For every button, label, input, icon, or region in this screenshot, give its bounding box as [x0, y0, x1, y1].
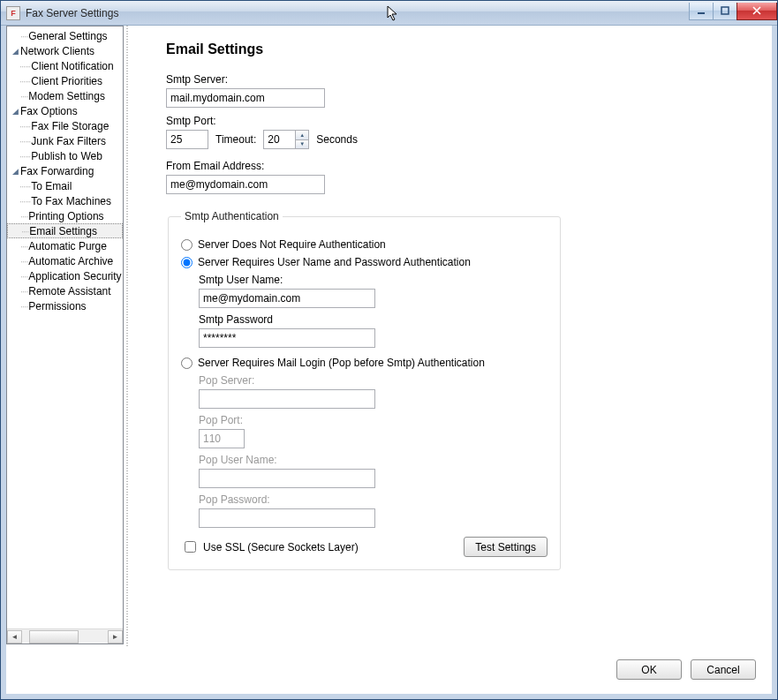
from-email-label: From Email Address:	[166, 160, 749, 172]
maximize-button[interactable]	[713, 3, 737, 20]
tree-connector-icon: ······	[19, 61, 30, 72]
auth-none-radio[interactable]	[181, 239, 193, 251]
tree-item[interactable]: ······To Fax Machines	[7, 193, 123, 208]
chevron-down-icon[interactable]: ◢	[11, 107, 20, 116]
tree-item-label: Automatic Purge	[28, 240, 107, 252]
use-ssl-checkbox[interactable]	[185, 541, 196, 553]
tree-item[interactable]: ·····Printing Options	[7, 208, 123, 223]
tree-item-label: Fax File Storage	[31, 120, 109, 132]
tree-item-label: Junk Fax Filters	[31, 135, 106, 147]
auth-pop-label: Server Requires Mail Login (Pop before S…	[198, 357, 485, 369]
smtp-user-label: Smtp User Name:	[199, 274, 548, 286]
pop-port-label: Pop Port:	[199, 414, 548, 426]
tree-item-label: Publish to Web	[31, 150, 102, 162]
timeout-spinner[interactable]: ▲ ▼	[263, 130, 309, 149]
tree-item[interactable]: ······To Email	[7, 178, 123, 193]
tree-connector-icon: ······	[19, 136, 30, 147]
tree-item[interactable]: ······Client Notification	[7, 58, 123, 73]
tree-item-label: General Settings	[28, 30, 107, 42]
minimize-button[interactable]	[689, 3, 714, 20]
smtp-server-input[interactable]	[166, 88, 325, 108]
page-title: Email Settings	[166, 41, 749, 57]
titlebar[interactable]: F Fax Server Settings	[1, 1, 777, 26]
tree-connector-icon: ····	[20, 256, 27, 267]
close-icon	[752, 6, 761, 15]
cancel-button[interactable]: Cancel	[691, 659, 756, 680]
tree-item[interactable]: ······Client Priorities	[7, 73, 123, 88]
tree-connector-icon: ······	[19, 181, 30, 192]
tree-bullet-icon: ·	[11, 242, 20, 251]
sidebar-hscrollbar[interactable]: ◄ ►	[7, 628, 123, 644]
tree-bullet-icon: ·	[11, 272, 20, 281]
tree-connector-icon: ····	[20, 241, 27, 252]
scroll-right-button[interactable]: ►	[108, 630, 123, 644]
pop-server-input	[199, 389, 375, 409]
auth-userpass-radio[interactable]	[181, 257, 193, 268]
tree-item[interactable]: ◢Network Clients	[7, 43, 123, 58]
tree-bullet-icon: ·	[11, 227, 21, 236]
test-settings-button[interactable]: Test Settings	[464, 537, 548, 557]
tree-item[interactable]: ······Fax File Storage	[7, 118, 123, 133]
tree-item[interactable]: ······Junk Fax Filters	[7, 133, 123, 148]
smtp-server-label: Smtp Server:	[166, 73, 749, 86]
smtp-pass-label: Smtp Password	[199, 313, 548, 326]
window-frame: F Fax Server Settings ·····General Setti…	[0, 0, 778, 700]
pop-pass-input	[199, 508, 375, 528]
tree-connector-icon: ······	[19, 76, 30, 87]
tree-bullet-icon: ·	[11, 287, 20, 296]
tree-connector-icon: ····	[20, 271, 27, 282]
tree-item-label: Client Priorities	[31, 75, 102, 87]
tree-item[interactable]: ······Publish to Web	[7, 148, 123, 163]
tree-item[interactable]: ·····Application Security	[7, 268, 123, 283]
auth-none-label: Server Does Not Require Authentication	[198, 238, 386, 251]
tree-item-label: To Email	[31, 180, 72, 192]
chevron-down-icon[interactable]: ◢	[11, 47, 20, 56]
timeout-input[interactable]	[263, 130, 295, 149]
timeout-up-button[interactable]: ▲	[296, 131, 308, 139]
smtp-user-input[interactable]	[199, 289, 375, 308]
pop-port-input	[199, 429, 245, 448]
chevron-down-icon[interactable]: ◢	[11, 167, 20, 176]
pop-user-input	[199, 469, 375, 488]
pop-user-label: Pop User Name:	[199, 454, 548, 466]
sidebar: ·····General Settings◢Network Clients···…	[6, 26, 124, 644]
splitter[interactable]	[124, 26, 131, 646]
ok-button[interactable]: OK	[616, 659, 682, 680]
tree-item[interactable]: ·····Permissions	[7, 298, 123, 313]
settings-tree[interactable]: ·····General Settings◢Network Clients···…	[7, 28, 123, 313]
smtp-auth-group: Smtp Authentication Server Does Not Requ…	[168, 210, 561, 570]
tree-item[interactable]: ·····General Settings	[7, 28, 123, 43]
tree-item-label: Fax Options	[20, 105, 78, 117]
tree-item[interactable]: ·····Automatic Purge	[7, 238, 123, 253]
scroll-track[interactable]	[22, 630, 108, 644]
tree-item[interactable]: ·····Remote Assistant	[7, 283, 123, 298]
close-button[interactable]	[736, 3, 777, 20]
from-email-input[interactable]	[166, 175, 325, 194]
client-area: ·····General Settings◢Network Clients···…	[1, 26, 777, 699]
timeout-label: Timeout:	[215, 133, 256, 146]
tree-item[interactable]: ·····Modem Settings	[7, 88, 123, 103]
window-title: Fax Server Settings	[26, 7, 118, 19]
tree-item[interactable]: ·····Email Settings	[7, 223, 123, 238]
tree-connector-icon: ······	[19, 151, 30, 162]
auth-pop-radio[interactable]	[181, 358, 193, 369]
dialog-footer: OK Cancel	[6, 646, 772, 694]
tree-item[interactable]: ◢Fax Forwarding	[7, 163, 123, 178]
scroll-left-button[interactable]: ◄	[7, 630, 22, 644]
timeout-unit: Seconds	[316, 133, 358, 146]
tree-item-label: Email Settings	[29, 225, 97, 237]
tree-item[interactable]: ·····Automatic Archive	[7, 253, 123, 268]
tree-bullet-icon: ·	[11, 212, 20, 221]
scroll-thumb[interactable]	[29, 630, 79, 644]
tree-item[interactable]: ◢Fax Options	[7, 103, 123, 118]
timeout-down-button[interactable]: ▼	[296, 139, 308, 149]
tree-connector-icon: ····	[20, 91, 27, 102]
tree-item-label: Printing Options	[28, 210, 103, 222]
tree-item-label: Modem Settings	[28, 90, 105, 102]
tree-bullet-icon: ·	[11, 302, 20, 311]
app-icon: F	[6, 6, 20, 20]
smtp-pass-input[interactable]	[199, 328, 375, 348]
main-panel: Email Settings Smtp Server: Smtp Port: T…	[131, 26, 772, 646]
tree-item-label: Network Clients	[20, 45, 94, 57]
smtp-port-input[interactable]	[166, 130, 208, 149]
